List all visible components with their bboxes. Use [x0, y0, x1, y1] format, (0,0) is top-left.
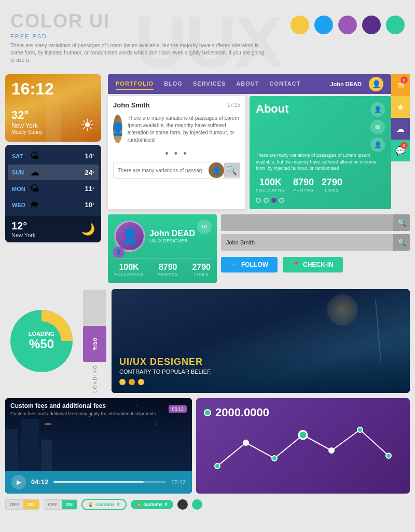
vertical-progress-container: %50 LOADING: [83, 290, 106, 393]
video-card: Custom fees and additional fees Custom f…: [5, 398, 192, 494]
about-person-icon[interactable]: 👤: [370, 138, 385, 152]
chart-indicator-dot: [204, 409, 211, 416]
search-button-2[interactable]: 🔍: [393, 234, 410, 251]
svg-point-1: [22, 321, 61, 361]
chart-value-display: 2000.0000: [204, 406, 402, 419]
cal-bottom-temp: 12°: [11, 220, 35, 232]
nav-services[interactable]: SERVICES: [193, 78, 226, 90]
toggle-2: OFF ON: [44, 499, 78, 510]
profile-user-small-icon: 👤: [113, 247, 125, 258]
pie-chart: LOADING %50: [5, 305, 78, 377]
follow-button[interactable]: 🐦 FOLLOW: [221, 257, 278, 272]
nav-contact[interactable]: CONTACT: [270, 78, 301, 90]
cal-day-wed: WED: [12, 202, 30, 208]
swatch-yellow[interactable]: [290, 16, 309, 34]
search-bar-2: 🔍: [221, 234, 410, 251]
nav-blog[interactable]: BLOG: [164, 78, 183, 90]
vertical-loading-label: LOADING: [92, 364, 98, 393]
message-user-thumb: 👤: [209, 162, 224, 178]
side-cloud-button[interactable]: ☁: [391, 118, 410, 140]
video-progress-bar[interactable]: [53, 481, 166, 483]
profile-name: John DEAD: [149, 229, 195, 238]
weather-condition: Mostly Sunny: [11, 129, 43, 135]
about-stat-photos: 8790 PHOTOS: [293, 177, 314, 193]
message-time: 17:15: [227, 102, 240, 108]
toggle-2-off[interactable]: OFF: [44, 500, 62, 509]
video-total-time: 05:12: [171, 479, 186, 485]
side-mail-button[interactable]: ✉ 6: [391, 74, 410, 96]
swatch-blue[interactable]: [314, 16, 333, 34]
nav-portfolio[interactable]: PORTFOLIO: [116, 78, 154, 90]
message-send-button[interactable]: 🔍: [224, 163, 240, 178]
search-input-1[interactable]: [221, 215, 393, 230]
custom-badge-solid[interactable]: 🔒 customs ✕: [131, 500, 174, 509]
message-body: There are many variations of passages of…: [128, 115, 240, 146]
weather-time: 16:12: [11, 79, 95, 99]
about-stat-following: 100K FOLLOWING: [256, 177, 285, 193]
circle-green-button[interactable]: [192, 499, 202, 510]
side-chat-button[interactable]: 💬 6: [391, 140, 410, 161]
custom-badge-outline[interactable]: 🔒 customs ✕: [81, 499, 127, 510]
weather-card-sunny: 16:12 32° New York Mostly Sunny ☀: [5, 74, 101, 142]
vertical-progress-bar: %50: [83, 290, 106, 362]
svg-point-2: [215, 463, 220, 469]
feature-dots: [119, 379, 402, 385]
message-sender: John Smith: [113, 101, 150, 109]
svg-point-6: [329, 448, 334, 453]
message-card: John Smith 17:15 👤 There are many variat…: [108, 96, 245, 209]
lock-icon-2: 🔒: [136, 502, 142, 507]
svg-point-4: [272, 456, 277, 461]
about-user-icon[interactable]: 👤: [370, 102, 385, 117]
message-avatar: 👤: [113, 115, 122, 143]
search-bar-1: 🔍: [221, 214, 410, 231]
profile-stat-following: 100K FOLLOWING: [114, 263, 144, 277]
feature-card: UI/UX DESIGNER CONTRARY TO POPULAR BELIE…: [112, 289, 410, 393]
feature-subtitle: CONTRARY TO POPULAR BELIEF,: [119, 369, 402, 375]
nav-username: John DEAD: [330, 81, 362, 87]
circle-dark-button[interactable]: [177, 499, 188, 510]
color-swatches: [290, 16, 405, 34]
chart-card: 2000.0000: [196, 398, 410, 494]
about-title: About: [256, 102, 289, 116]
about-dots: [256, 198, 284, 203]
nav-avatar: 👤: [369, 77, 383, 91]
cal-day-sat: SAT: [12, 153, 30, 159]
profile-mail-icon[interactable]: ✉: [197, 220, 212, 234]
toggle-controls-row: OFF ON OFF ON 🔒 customs ✕ 🔒 customs ✕: [5, 497, 410, 512]
feature-title: UI/UX DESIGNER: [119, 357, 402, 367]
message-input[interactable]: [114, 165, 206, 176]
weather-temp: 32°: [11, 108, 43, 122]
vertical-percent: %50: [92, 337, 98, 350]
toggle-1-on[interactable]: ON: [23, 500, 39, 509]
about-card: About 👤 ✉ 👤 There are many variations of…: [250, 96, 391, 209]
chat-badge: 6: [400, 142, 408, 149]
cal-row-sat: SAT 🌤 14°: [8, 148, 99, 163]
cal-row-sun: SUN ☁ 24°: [8, 165, 99, 180]
svg-point-7: [357, 427, 363, 432]
play-button[interactable]: ▶: [11, 475, 26, 489]
swatch-green[interactable]: [386, 16, 405, 34]
chart-svg: [204, 425, 402, 476]
about-description: There are many variations of passages of…: [256, 152, 385, 172]
checkin-button[interactable]: 📍 CHECK-IN: [283, 257, 343, 272]
video-current-time: 04:12: [31, 478, 48, 486]
search-input-2[interactable]: [221, 235, 393, 250]
svg-point-3: [243, 440, 248, 445]
nav-bar: PORTFOLIO BLOG SERVICES ABOUT CONTACT Jo…: [108, 74, 391, 94]
search-button-1[interactable]: 🔍: [393, 214, 410, 231]
toggle-1-off[interactable]: OFF: [6, 500, 23, 509]
cal-day-sun: SUN: [12, 169, 30, 175]
swatch-purple-light[interactable]: [338, 16, 357, 34]
header-section: COLOR UI FREE PSD There are many variati…: [0, 0, 415, 69]
night-icon: 🌙: [81, 223, 95, 236]
profile-stat-photos: 8790 PHOTOS: [158, 263, 178, 277]
cal-temp-mon: 11°: [85, 185, 94, 193]
toggle-2-on[interactable]: ON: [62, 500, 77, 509]
swatch-purple-dark[interactable]: [362, 16, 381, 34]
nav-about[interactable]: ABOUT: [236, 78, 259, 90]
side-star-button[interactable]: ★: [391, 96, 410, 118]
app-subtitle: FREE PSD: [10, 33, 270, 39]
message-dots: • • •: [113, 148, 240, 159]
about-stat-likes: 2790 LIKES: [322, 177, 342, 193]
about-mail-icon[interactable]: ✉: [370, 120, 385, 134]
